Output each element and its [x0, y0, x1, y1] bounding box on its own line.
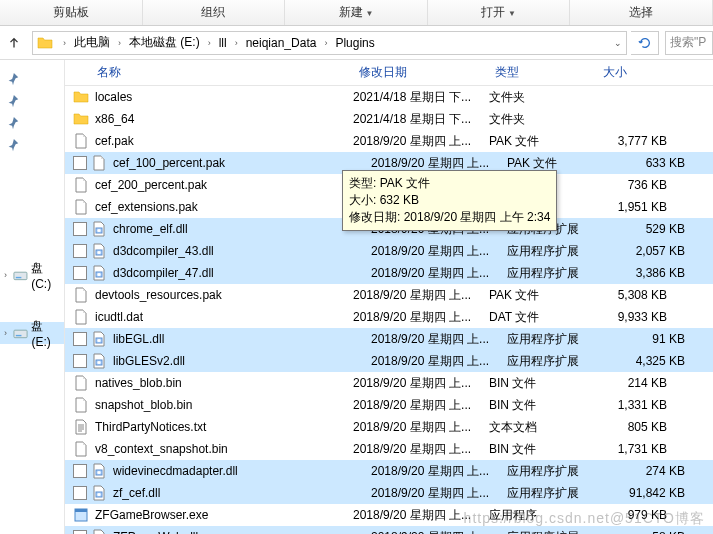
refresh-icon: [638, 36, 652, 50]
column-header-type[interactable]: 类型: [495, 64, 603, 81]
file-size: 91,842 KB: [615, 486, 695, 500]
file-name: d3dcompiler_43.dll: [113, 244, 371, 258]
checkbox[interactable]: [73, 222, 87, 236]
chevron-down-icon[interactable]: ⌄: [614, 38, 622, 48]
file-date: 2018/9/20 星期四 上...: [371, 265, 507, 282]
file-type: 应用程序扩展: [507, 463, 615, 480]
chevron-right-icon[interactable]: ›: [202, 38, 217, 48]
file-name: ThirdPartyNotices.txt: [95, 420, 353, 434]
file-name: libGLESv2.dll: [113, 354, 371, 368]
refresh-button[interactable]: [631, 31, 659, 55]
file-row[interactable]: ZFGameBrowser.exe2018/9/20 星期四 上...应用程序9…: [65, 504, 713, 526]
ribbon-new[interactable]: 新建▼: [285, 0, 428, 25]
file-date: 2018/9/20 星期四 上...: [371, 331, 507, 348]
file-row[interactable]: libGLESv2.dll2018/9/20 星期四 上...应用程序扩展4,3…: [65, 350, 713, 372]
column-header-date[interactable]: 修改日期: [359, 64, 495, 81]
file-row[interactable]: v8_context_snapshot.bin2018/9/20 星期四 上..…: [65, 438, 713, 460]
file-type: 应用程序: [489, 507, 597, 524]
checkbox[interactable]: [73, 244, 87, 258]
file-date: 2018/9/20 星期四 上...: [371, 353, 507, 370]
file-row[interactable]: natives_blob.bin2018/9/20 星期四 上...BIN 文件…: [65, 372, 713, 394]
file-date: 2018/9/20 星期四 上...: [353, 419, 489, 436]
file-icon: [73, 375, 89, 391]
sidebar-item-disk-e[interactable]: › 盘 (E:): [0, 322, 64, 344]
ribbon-open[interactable]: 打开▼: [428, 0, 571, 25]
checkbox[interactable]: [73, 266, 87, 280]
file-row[interactable]: ZFProxyWeb.dll2018/9/20 星期四 上...应用程序扩展58…: [65, 526, 713, 534]
file-name: cef_extensions.pak: [95, 200, 353, 214]
chevron-right-icon[interactable]: ›: [318, 38, 333, 48]
pin-icon: [6, 94, 20, 108]
quick-access-pin[interactable]: [0, 112, 64, 134]
file-date: 2018/9/20 星期四 上...: [371, 243, 507, 260]
breadcrumb[interactable]: › 此电脑 › 本地磁盘 (E:) › lll › neiqian_Data ›…: [32, 31, 627, 55]
file-name: libEGL.dll: [113, 332, 371, 346]
ribbon-clipboard[interactable]: 剪贴板: [0, 0, 143, 25]
checkbox[interactable]: [73, 156, 87, 170]
tree-expand-icon[interactable]: ›: [4, 270, 13, 280]
breadcrumb-item[interactable]: 本地磁盘 (E:): [127, 34, 202, 51]
sidebar-item-disk-c[interactable]: › 盘 (C:): [0, 264, 64, 286]
file-name: cef_100_percent.pak: [113, 156, 371, 170]
sidebar-item-label: 盘 (C:): [31, 260, 64, 291]
file-icon: [73, 199, 89, 215]
file-row[interactable]: snapshot_blob.bin2018/9/20 星期四 上...BIN 文…: [65, 394, 713, 416]
quick-access-pin[interactable]: [0, 90, 64, 112]
disk-icon: [13, 325, 28, 341]
chevron-right-icon[interactable]: ›: [229, 38, 244, 48]
file-icon: [73, 397, 89, 413]
breadcrumb-item[interactable]: neiqian_Data: [244, 36, 319, 50]
quick-access-pin[interactable]: [0, 68, 64, 90]
file-list: 名称 修改日期 类型 大小 locales2021/4/18 星期日 下...文…: [65, 60, 713, 534]
checkbox[interactable]: [73, 332, 87, 346]
file-row[interactable]: icudtl.dat2018/9/20 星期四 上...DAT 文件9,933 …: [65, 306, 713, 328]
checkbox[interactable]: [73, 354, 87, 368]
quick-access-pin[interactable]: [0, 134, 64, 156]
checkbox[interactable]: [73, 530, 87, 534]
pin-icon: [6, 116, 20, 130]
file-date: 2018/9/20 星期四 上...: [353, 507, 489, 524]
file-row[interactable]: libEGL.dll2018/9/20 星期四 上...应用程序扩展91 KB: [65, 328, 713, 350]
file-type: 文本文档: [489, 419, 597, 436]
file-date: 2021/4/18 星期日 下...: [353, 111, 489, 128]
exe-icon: [73, 507, 89, 523]
file-row[interactable]: zf_cef.dll2018/9/20 星期四 上...应用程序扩展91,842…: [65, 482, 713, 504]
breadcrumb-item[interactable]: 此电脑: [72, 34, 112, 51]
breadcrumb-item[interactable]: lll: [217, 36, 229, 50]
file-row[interactable]: d3dcompiler_43.dll2018/9/20 星期四 上...应用程序…: [65, 240, 713, 262]
file-row[interactable]: devtools_resources.pak2018/9/20 星期四 上...…: [65, 284, 713, 306]
tooltip-line: 大小: 632 KB: [349, 192, 550, 209]
column-header-size[interactable]: 大小: [603, 64, 683, 81]
ribbon-select[interactable]: 选择: [570, 0, 713, 25]
file-name: icudtl.dat: [95, 310, 353, 324]
file-name: ZFProxyWeb.dll: [113, 530, 371, 534]
breadcrumb-item[interactable]: Plugins: [333, 36, 376, 50]
file-type: PAK 文件: [489, 133, 597, 150]
tree-expand-icon[interactable]: ›: [4, 328, 13, 338]
pin-icon: [6, 138, 20, 152]
file-icon: [73, 441, 89, 457]
checkbox[interactable]: [73, 464, 87, 478]
file-row[interactable]: locales2021/4/18 星期日 下...文件夹: [65, 86, 713, 108]
ribbon-organize[interactable]: 组织: [143, 0, 286, 25]
file-size: 2,057 KB: [615, 244, 695, 258]
file-type: 应用程序扩展: [507, 529, 615, 535]
file-row[interactable]: ThirdPartyNotices.txt2018/9/20 星期四 上...文…: [65, 416, 713, 438]
file-row[interactable]: x86_642021/4/18 星期日 下...文件夹: [65, 108, 713, 130]
file-name: natives_blob.bin: [95, 376, 353, 390]
file-type: BIN 文件: [489, 441, 597, 458]
file-date: 2018/9/20 星期四 上...: [353, 441, 489, 458]
chevron-right-icon[interactable]: ›: [112, 38, 127, 48]
file-date: 2018/9/20 星期四 上...: [371, 485, 507, 502]
file-type: BIN 文件: [489, 375, 597, 392]
file-row[interactable]: d3dcompiler_47.dll2018/9/20 星期四 上...应用程序…: [65, 262, 713, 284]
up-button[interactable]: [1, 30, 27, 56]
file-size: 3,777 KB: [597, 134, 677, 148]
file-row[interactable]: cef.pak2018/9/20 星期四 上...PAK 文件3,777 KB: [65, 130, 713, 152]
file-row[interactable]: widevinecdmadapter.dll2018/9/20 星期四 上...…: [65, 460, 713, 482]
file-date: 2018/9/20 星期四 上...: [371, 463, 507, 480]
column-header-name[interactable]: 名称: [97, 64, 359, 81]
chevron-right-icon[interactable]: ›: [57, 38, 72, 48]
checkbox[interactable]: [73, 486, 87, 500]
search-input[interactable]: 搜索"P: [665, 31, 713, 55]
